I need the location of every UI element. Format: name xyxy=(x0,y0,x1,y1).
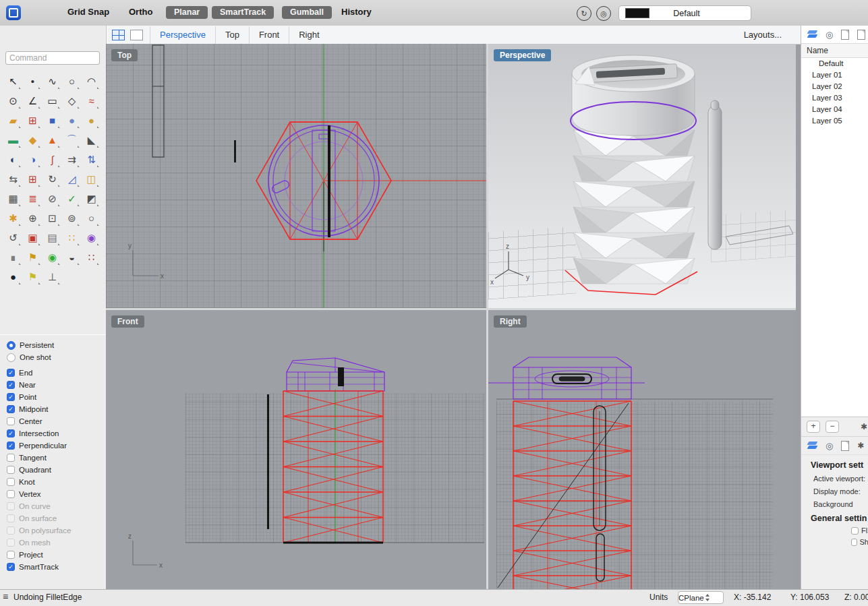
cplane-dropdown[interactable]: CPlane xyxy=(678,591,724,604)
layers-panel-icon[interactable] xyxy=(808,442,817,450)
flag-yellow-tool-icon[interactable]: ⚑ xyxy=(23,267,42,286)
tree-tool-icon[interactable]: ⊥ xyxy=(42,267,62,286)
undo-view-tool-icon[interactable]: ↺ xyxy=(3,228,23,247)
osnap-checkbox-row[interactable]: Project xyxy=(0,549,106,561)
layer-row[interactable]: Default xyxy=(801,58,868,69)
osnap-checkbox-row[interactable]: End xyxy=(0,367,106,379)
layouts-button[interactable]: Layouts... xyxy=(744,30,782,40)
flag-tool-icon[interactable]: ⚑ xyxy=(23,247,42,267)
osnap-radio-row[interactable]: One shot xyxy=(0,351,106,363)
polyline-tool-icon[interactable]: ∠ xyxy=(23,91,42,111)
settings-gear-icon[interactable]: ✱ xyxy=(857,442,864,450)
rotate-tool-icon[interactable]: ↻ xyxy=(42,169,62,189)
osnap-checkbox-row[interactable]: Midpoint xyxy=(0,403,106,415)
curve-tool-icon[interactable]: ∿ xyxy=(42,71,62,91)
layer-row[interactable]: Layer 05 xyxy=(801,115,868,127)
toggle-gumball[interactable]: Gumball xyxy=(282,6,332,19)
lock-tool-icon[interactable]: ∎ xyxy=(3,247,23,267)
trim-tool-icon[interactable]: ⊘ xyxy=(42,189,62,208)
history-menu-icon[interactable]: ≡ xyxy=(3,591,8,602)
viewport-perspective[interactable]: Perspective z xyxy=(488,44,796,308)
explode-tool-icon[interactable]: ✱ xyxy=(3,208,23,228)
osnap-checkbox-row[interactable]: SmartTrack xyxy=(0,561,106,573)
single-viewport-icon[interactable] xyxy=(130,30,143,40)
puzzle-tool-icon[interactable]: ◆ xyxy=(23,130,42,150)
document-panel-icon[interactable] xyxy=(841,441,849,451)
app-icon[interactable] xyxy=(6,5,21,20)
layer-row[interactable]: Layer 01 xyxy=(801,69,868,81)
arc-tool-icon[interactable]: ◠ xyxy=(82,71,101,91)
viewport-right-label[interactable]: Right xyxy=(494,315,527,328)
mirror-tool-icon[interactable]: ◫ xyxy=(82,169,101,189)
toggle-ortho[interactable]: Ortho xyxy=(129,7,152,17)
properties-panel-icon[interactable]: ◎ xyxy=(826,30,833,39)
cylinder-tool-icon[interactable]: ● xyxy=(82,111,101,130)
zoom-selected-tool-icon[interactable]: ⊚ xyxy=(62,208,82,228)
add-layer-button[interactable]: + xyxy=(807,421,820,433)
move-tool-icon[interactable]: ⇆ xyxy=(3,169,23,189)
osnap-checkbox-row[interactable]: Perpendicular xyxy=(0,440,106,452)
toggle-history[interactable]: History xyxy=(341,7,372,17)
tab-front[interactable]: Front xyxy=(249,26,289,44)
osnap-checkbox-row[interactable]: Tangent xyxy=(0,452,106,464)
osnap-checkbox-row[interactable]: On mesh xyxy=(0,537,106,549)
display-mode-dropdown[interactable]: Default xyxy=(618,5,751,21)
render-sphere-tool-icon[interactable]: ● xyxy=(3,267,23,286)
osnap-checkbox-row[interactable]: On surface xyxy=(0,512,106,524)
document-panel-icon[interactable] xyxy=(841,30,849,40)
boolean-union-tool-icon[interactable]: ◐ xyxy=(3,150,23,169)
blend-tool-icon[interactable]: ∫ xyxy=(42,150,62,169)
viewport-front-label[interactable]: Front xyxy=(111,315,144,328)
osnap-checkbox-row[interactable]: Intersection xyxy=(0,427,106,440)
tab-top[interactable]: Top xyxy=(215,26,249,44)
toggle-grid-snap[interactable]: Grid Snap xyxy=(67,7,109,17)
toggle-smarttrack[interactable]: SmartTrack xyxy=(212,6,274,19)
layer-row[interactable]: Layer 04 xyxy=(801,104,868,115)
four-viewports-icon[interactable] xyxy=(112,30,125,40)
point-tool-icon[interactable]: • xyxy=(23,71,42,91)
zoom-window-tool-icon[interactable]: ⊡ xyxy=(42,208,62,228)
array-tool-icon[interactable]: ▦ xyxy=(3,189,23,208)
osnap-checkbox-row[interactable]: Vertex xyxy=(0,488,106,500)
split-tool-icon[interactable]: ◩ xyxy=(82,189,101,208)
layers-name-header[interactable]: Name xyxy=(801,43,868,58)
rotate-view-icon[interactable]: ↻ xyxy=(577,6,591,21)
remove-layer-button[interactable]: − xyxy=(826,421,839,433)
settings-checkbox-row[interactable]: Fl xyxy=(801,523,868,535)
properties-panel-icon[interactable]: ◎ xyxy=(826,442,833,450)
color-wheel-tool-icon[interactable]: ◉ xyxy=(42,247,62,267)
osnap-radio-row[interactable]: Persistent xyxy=(0,339,106,351)
offset-tool-icon[interactable]: ⇉ xyxy=(62,150,82,169)
box-tool-icon[interactable]: ■ xyxy=(42,111,62,130)
settings-checkbox-row[interactable]: Sh xyxy=(801,535,868,546)
viewport-top-label[interactable]: Top xyxy=(111,49,138,61)
tab-right[interactable]: Right xyxy=(289,26,328,44)
polygon-tool-icon[interactable]: ◇ xyxy=(62,91,82,111)
viewport-front[interactable]: Front xyxy=(106,310,486,590)
osnap-checkbox-row[interactable]: Near xyxy=(0,379,106,391)
copy-tool-icon[interactable]: ⊞ xyxy=(23,169,42,189)
osnap-checkbox-row[interactable]: Quadrant xyxy=(0,464,106,476)
surface-tool-icon[interactable]: ▰ xyxy=(3,111,23,130)
viewport-top[interactable]: Top xyxy=(106,44,486,308)
layer-row[interactable]: Layer 02 xyxy=(801,81,868,92)
pan-tool-icon[interactable]: ▣ xyxy=(23,228,42,247)
osnap-checkbox-row[interactable]: Knot xyxy=(0,476,106,488)
magnifier-tool-icon[interactable]: ○ xyxy=(82,208,101,228)
plane-tool-icon[interactable]: ▬ xyxy=(3,130,23,150)
units-label[interactable]: Units xyxy=(649,593,668,602)
viewport-right[interactable]: Right xyxy=(488,310,796,590)
linear-array-tool-icon[interactable]: ≣ xyxy=(23,189,42,208)
tab-perspective[interactable]: Perspective xyxy=(150,26,215,44)
layers-panel-icon[interactable] xyxy=(808,30,817,38)
osnap-checkbox-row[interactable]: Center xyxy=(0,415,106,427)
notes-panel-icon[interactable] xyxy=(857,30,865,40)
osnap-dots-tool-icon[interactable]: ∷ xyxy=(62,228,82,247)
rectangle-tool-icon[interactable]: ▭ xyxy=(42,91,62,111)
patch-tool-icon[interactable]: ⊞ xyxy=(23,111,42,130)
flow-tool-icon[interactable]: ⇅ xyxy=(82,150,101,169)
freeform-tool-icon[interactable]: ≈ xyxy=(82,91,101,111)
grid-points-tool-icon[interactable]: ∷ xyxy=(82,247,101,267)
sphere-tool-icon[interactable]: ● xyxy=(62,111,82,130)
flame-tool-icon[interactable]: ▲ xyxy=(42,130,62,150)
